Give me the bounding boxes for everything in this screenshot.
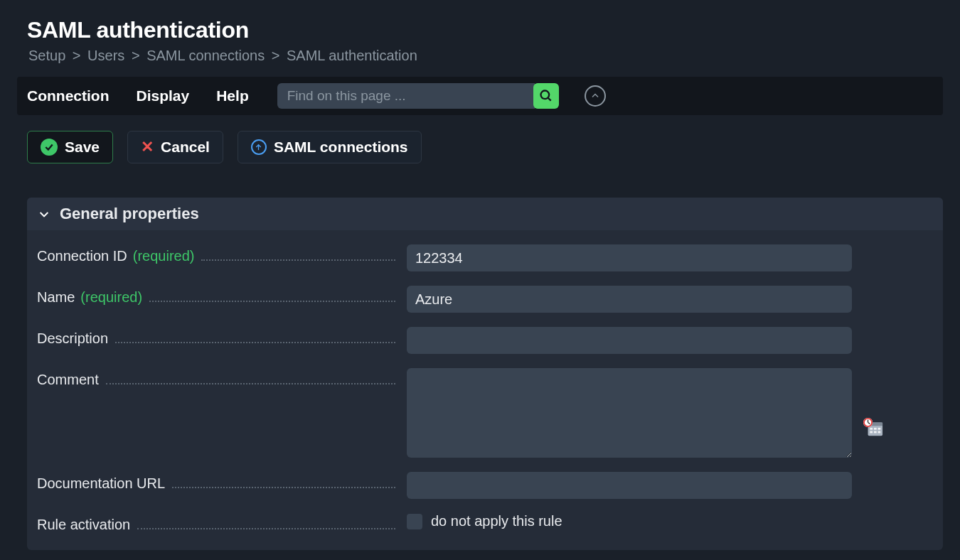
- dots-filler: [115, 341, 395, 343]
- cancel-button[interactable]: ✕ Cancel: [127, 131, 223, 163]
- check-circle-icon: [41, 139, 58, 156]
- page-title: SAML authentication: [27, 17, 933, 43]
- dots-filler: [137, 527, 395, 529]
- toolbar: Connection Display Help: [17, 77, 943, 115]
- dots-filler: [149, 300, 395, 302]
- required-indicator: (required): [80, 289, 142, 306]
- save-button[interactable]: Save: [27, 131, 113, 163]
- svg-rect-8: [870, 431, 873, 434]
- doc-url-input[interactable]: [407, 472, 852, 499]
- cancel-label: Cancel: [161, 139, 210, 156]
- required-indicator: (required): [133, 248, 195, 264]
- dots-filler: [201, 259, 395, 261]
- breadcrumb: Setup > Users > SAML connections > SAML …: [27, 48, 933, 64]
- chevron-up-icon: [591, 92, 599, 100]
- arrow-up-circle-icon: [251, 139, 267, 155]
- rule-activation-checkbox-label: do not apply this rule: [431, 513, 562, 529]
- svg-rect-10: [878, 431, 881, 434]
- date-time-helper-icon[interactable]: [863, 417, 884, 440]
- svg-rect-6: [874, 428, 877, 430]
- breadcrumb-sep: >: [73, 48, 81, 63]
- search-button[interactable]: [533, 83, 559, 109]
- menu-help[interactable]: Help: [203, 87, 263, 104]
- svg-rect-9: [874, 431, 877, 434]
- save-label: Save: [65, 139, 100, 156]
- breadcrumb-saml-connections[interactable]: SAML connections: [146, 48, 265, 63]
- action-row: Save ✕ Cancel SAML connections: [27, 131, 933, 163]
- breadcrumb-setup[interactable]: Setup: [28, 48, 65, 63]
- search-icon: [539, 89, 553, 103]
- rule-activation-checkbox[interactable]: [407, 514, 422, 529]
- collapse-all-button[interactable]: [585, 85, 606, 107]
- panel-header[interactable]: General properties: [27, 198, 943, 230]
- name-label: Name: [37, 289, 75, 306]
- chevron-down-icon: [38, 208, 50, 220]
- general-properties-panel: General properties Connection ID (requir…: [27, 198, 943, 550]
- connection-id-input[interactable]: [407, 244, 852, 271]
- svg-line-1: [548, 98, 550, 101]
- saml-connections-button[interactable]: SAML connections: [238, 131, 422, 163]
- menu-connection[interactable]: Connection: [27, 87, 124, 104]
- description-input[interactable]: [407, 327, 852, 354]
- saml-connections-label: SAML connections: [274, 139, 408, 156]
- menu-display[interactable]: Display: [124, 87, 204, 104]
- svg-rect-5: [870, 428, 873, 430]
- breadcrumb-sep: >: [272, 48, 280, 63]
- dots-filler: [106, 382, 395, 384]
- comment-input[interactable]: [407, 368, 852, 458]
- doc-url-label: Documentation URL: [37, 475, 165, 492]
- dots-filler: [172, 486, 395, 488]
- svg-rect-7: [878, 428, 881, 430]
- breadcrumb-users[interactable]: Users: [87, 48, 124, 63]
- breadcrumb-sep: >: [132, 48, 140, 63]
- rule-activation-label: Rule activation: [37, 517, 130, 533]
- connection-id-label: Connection ID: [37, 248, 127, 264]
- svg-point-0: [540, 91, 549, 99]
- comment-label: Comment: [37, 372, 99, 388]
- breadcrumb-current: SAML authentication: [287, 48, 417, 63]
- name-input[interactable]: [407, 286, 852, 313]
- panel-title: General properties: [60, 205, 199, 223]
- description-label: Description: [37, 330, 108, 347]
- search-input[interactable]: [277, 83, 535, 109]
- close-icon: ✕: [141, 138, 154, 156]
